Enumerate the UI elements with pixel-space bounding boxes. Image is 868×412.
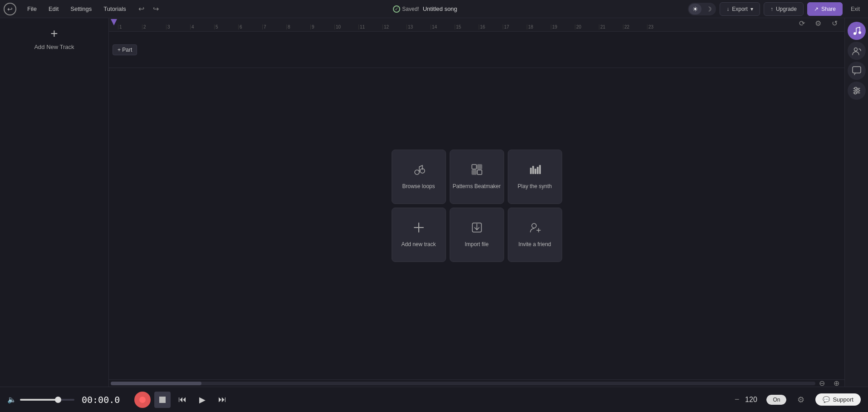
invite-friend-label: Invite a friend bbox=[518, 241, 551, 248]
support-button[interactable]: 💬 Support bbox=[815, 393, 861, 406]
play-synth-label: Play the synth bbox=[518, 183, 552, 190]
import-file-label: Import file bbox=[465, 241, 489, 248]
bpm-section: − 120 bbox=[735, 395, 760, 404]
ruler-tick: 19 bbox=[551, 24, 575, 29]
bottom-bar: 🔈 00:00.0 ⏮ ▶ ⏭ − 120 On ⚙ 💬 Support bbox=[0, 387, 868, 412]
card-add-new-track[interactable]: Add new track bbox=[392, 208, 446, 262]
record-button[interactable] bbox=[134, 392, 151, 408]
reload-icon[interactable]: ↺ bbox=[828, 18, 841, 29]
sidebar-right-chat-button[interactable] bbox=[848, 62, 866, 80]
loop-icon[interactable]: ⟳ bbox=[795, 18, 808, 29]
dark-theme-button[interactable]: ☽ bbox=[702, 4, 715, 15]
playhead[interactable] bbox=[111, 18, 117, 31]
ruler-tick: 4 bbox=[190, 24, 214, 29]
svg-rect-21 bbox=[853, 67, 861, 73]
svg-rect-8 bbox=[535, 169, 536, 174]
sidebar-left: + Add New Track bbox=[0, 18, 109, 387]
sidebar-right-people-button[interactable] bbox=[848, 42, 866, 60]
cards-grid: Browse loopsPatterns BeatmakerPlay the s… bbox=[392, 150, 562, 262]
add-new-track-icon bbox=[412, 221, 425, 237]
ruler-tick: 18 bbox=[527, 24, 551, 29]
card-patterns-beatmaker[interactable]: Patterns Beatmaker bbox=[450, 150, 504, 204]
scrollbar-area[interactable]: ⊖ ⊕ bbox=[109, 379, 844, 387]
svg-point-20 bbox=[854, 48, 857, 51]
volume-icon: 🔈 bbox=[7, 395, 16, 404]
sidebar-right-mixer-button[interactable] bbox=[848, 82, 866, 100]
exit-button[interactable]: Exit bbox=[846, 4, 864, 14]
saved-label: Saved! bbox=[402, 6, 419, 12]
settings-icon[interactable]: ⚙ bbox=[812, 18, 824, 29]
part-button[interactable]: + Part bbox=[113, 44, 137, 55]
ruler-tick: 15 bbox=[455, 24, 479, 29]
transport-settings-button[interactable]: ⚙ bbox=[794, 393, 808, 407]
scrollbar-thumb[interactable] bbox=[111, 382, 201, 385]
support-label: Support bbox=[833, 396, 853, 403]
center-overlay: Browse loopsPatterns BeatmakerPlay the s… bbox=[109, 32, 844, 379]
svg-rect-7 bbox=[532, 166, 534, 174]
svg-rect-4 bbox=[472, 170, 476, 174]
ruler-tick: 22 bbox=[623, 24, 647, 29]
card-play-synth[interactable]: Play the synth bbox=[508, 150, 562, 204]
sidebar-right-music-note-button[interactable] bbox=[848, 22, 866, 40]
menu-tutorials[interactable]: Tutorials bbox=[98, 4, 131, 14]
invite-friend-icon bbox=[529, 221, 541, 237]
metronome-toggle[interactable]: On bbox=[766, 395, 786, 405]
stop-square bbox=[159, 397, 166, 403]
svg-point-19 bbox=[858, 31, 861, 34]
track-rows: + Part Browse loopsPatterns BeatmakerPla… bbox=[109, 32, 844, 379]
upgrade-label: Upgrade bbox=[776, 6, 797, 12]
history-controls: ↩ ↪ bbox=[135, 3, 162, 15]
saved-check-icon: ✓ bbox=[393, 5, 400, 13]
time-display: 00:00.0 bbox=[82, 394, 127, 405]
theme-toggle: ☀ ☽ bbox=[688, 3, 716, 15]
topbar: ↩ File Edit Settings Tutorials ↩ ↪ ✓ Sav… bbox=[0, 0, 868, 18]
volume-slider[interactable] bbox=[20, 399, 74, 401]
export-label: Export bbox=[732, 6, 748, 12]
volume-thumb[interactable] bbox=[55, 397, 61, 403]
light-theme-button[interactable]: ☀ bbox=[689, 4, 701, 15]
record-dot bbox=[139, 397, 146, 403]
patterns-beatmaker-icon bbox=[471, 163, 483, 179]
ruler[interactable]: 1234567891011121314151617181920212223 ⟳ … bbox=[109, 18, 844, 32]
logo-icon[interactable]: ↩ bbox=[4, 3, 16, 15]
song-title[interactable]: Untitled song bbox=[423, 5, 457, 12]
bpm-minus-button[interactable]: − bbox=[735, 395, 740, 404]
add-track-label: Add New Track bbox=[34, 44, 74, 50]
play-synth-icon bbox=[529, 163, 541, 179]
upgrade-button[interactable]: ↑ Upgrade bbox=[764, 2, 804, 16]
ruler-tick: 12 bbox=[383, 24, 407, 29]
card-browse-loops[interactable]: Browse loops bbox=[392, 150, 446, 204]
svg-rect-3 bbox=[477, 165, 482, 169]
metronome-on-button[interactable]: On bbox=[766, 395, 786, 405]
menu-bar: File Edit Settings Tutorials bbox=[22, 4, 132, 14]
svg-point-25 bbox=[854, 87, 857, 90]
scrollbar-track[interactable] bbox=[111, 382, 815, 385]
svg-rect-2 bbox=[472, 165, 476, 169]
volume-fill bbox=[20, 399, 58, 401]
svg-point-27 bbox=[854, 92, 856, 94]
redo-button[interactable]: ↪ bbox=[150, 3, 162, 15]
add-new-track-button[interactable]: + Add New Track bbox=[34, 27, 74, 50]
ruler-tick: 5 bbox=[214, 24, 238, 29]
ruler-tick: 11 bbox=[358, 24, 383, 29]
menu-edit[interactable]: Edit bbox=[43, 4, 64, 14]
upgrade-icon: ↑ bbox=[770, 6, 773, 12]
add-track-icon: + bbox=[50, 27, 58, 40]
card-import-file[interactable]: Import file bbox=[450, 208, 504, 262]
ruler-tick: 23 bbox=[647, 24, 671, 29]
menu-settings[interactable]: Settings bbox=[65, 4, 97, 14]
menu-file[interactable]: File bbox=[22, 4, 42, 14]
card-invite-friend[interactable]: Invite a friend bbox=[508, 208, 562, 262]
undo-button[interactable]: ↩ bbox=[135, 3, 148, 15]
fast-forward-button[interactable]: ⏭ bbox=[214, 392, 230, 408]
ruler-tick: 7 bbox=[262, 24, 286, 29]
share-button[interactable]: ↗ Share bbox=[807, 2, 843, 16]
ruler-tick: 8 bbox=[286, 24, 310, 29]
play-button[interactable]: ▶ bbox=[194, 392, 211, 408]
ruler-right-icons: ⟳ ⚙ ↺ bbox=[795, 18, 844, 29]
svg-point-26 bbox=[857, 90, 859, 92]
stop-button[interactable] bbox=[154, 392, 171, 408]
share-label: Share bbox=[821, 6, 836, 12]
rewind-button[interactable]: ⏮ bbox=[174, 392, 191, 408]
export-button[interactable]: ↓ Export ▾ bbox=[720, 2, 760, 16]
